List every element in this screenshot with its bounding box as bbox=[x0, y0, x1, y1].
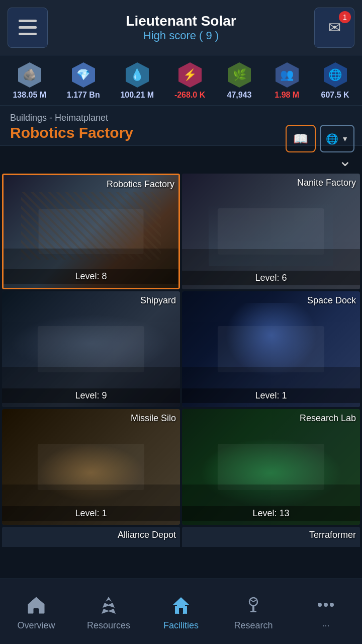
svg-rect-12 bbox=[179, 608, 183, 614]
resource-deuterium-icon: 💧 bbox=[124, 61, 151, 89]
menu-icon bbox=[19, 20, 37, 35]
resource-metal-icon: 🪨 bbox=[16, 61, 43, 89]
building-name-nanite: Nanite Factory bbox=[297, 178, 356, 188]
resource-population-icon: 👥 bbox=[274, 61, 301, 89]
building-name-spacedock: Space Dock bbox=[307, 295, 356, 306]
nav-item-overview[interactable]: Overview bbox=[0, 592, 72, 631]
svg-rect-15 bbox=[250, 611, 256, 612]
building-card-nanite-factory[interactable]: Nanite Factory Level: 6 bbox=[182, 174, 360, 289]
nav-item-resources[interactable]: Resources bbox=[72, 592, 145, 631]
building-level-nanite: Level: 6 bbox=[182, 271, 360, 285]
svg-line-17 bbox=[253, 600, 256, 602]
nav-item-research[interactable]: Research bbox=[217, 592, 290, 631]
resource-dark-icon: 🌐 bbox=[322, 61, 349, 89]
resource-food-value: 47,943 bbox=[227, 91, 252, 100]
resource-energy-icon: ⚡ bbox=[176, 61, 204, 89]
svg-point-19 bbox=[324, 603, 328, 607]
resources-bar: 🪨 138.05 M 💎 1.177 Bn 💧 100.21 M ⚡ -268.… bbox=[0, 55, 362, 106]
building-level-shipyard: Level: 9 bbox=[2, 388, 180, 403]
building-card-robotics-factory[interactable]: Robotics Factory Level: 8 bbox=[2, 174, 180, 289]
book-icon: 📖 bbox=[293, 132, 308, 146]
buildings-grid: Robotics Factory Level: 8 Nanite Factory… bbox=[0, 174, 362, 525]
building-name-shipyard: Shipyard bbox=[140, 295, 176, 306]
partial-name-alliance-depot: Alliance Depot bbox=[118, 530, 176, 540]
svg-rect-10 bbox=[185, 606, 187, 614]
building-card-terraformer-partial[interactable]: Terraformer bbox=[182, 527, 360, 547]
svg-rect-14 bbox=[252, 605, 254, 612]
building-card-space-dock[interactable]: Space Dock Level: 1 bbox=[182, 291, 360, 407]
high-score: High score ( 9 ) bbox=[48, 29, 314, 42]
app-header: Lieutenant Solar High score ( 9 ) ✉ 1 bbox=[0, 0, 362, 55]
building-level-missile: Level: 1 bbox=[2, 506, 180, 521]
resource-metal[interactable]: 🪨 138.05 M bbox=[13, 61, 46, 100]
nav-label-research: Research bbox=[234, 620, 273, 631]
building-name-researchlab: Research Lab bbox=[300, 413, 356, 424]
resource-crystal-icon: 💎 bbox=[70, 61, 97, 89]
svg-rect-7 bbox=[34, 608, 38, 613]
resource-food[interactable]: 🌿 47,943 bbox=[226, 61, 253, 100]
resource-deuterium-value: 100.21 M bbox=[120, 91, 154, 100]
home-icon bbox=[24, 592, 49, 617]
mail-icon: ✉ bbox=[328, 19, 341, 36]
nav-label-more: ··· bbox=[322, 620, 329, 631]
resource-population[interactable]: 👥 1.98 M bbox=[274, 61, 301, 100]
nav-item-more[interactable]: ··· bbox=[290, 592, 362, 631]
resource-population-value: 1.98 M bbox=[275, 91, 299, 100]
nav-item-facilities[interactable]: Facilities bbox=[145, 592, 217, 631]
resource-dark[interactable]: 🌐 607.5 K bbox=[321, 61, 349, 100]
resources-nav-icon bbox=[96, 592, 121, 617]
buildings-controls: 📖 🌐 ▼ bbox=[286, 125, 354, 152]
globe-button[interactable]: 🌐 ▼ bbox=[320, 125, 354, 152]
mail-badge: 1 bbox=[339, 11, 351, 23]
menu-button[interactable] bbox=[8, 8, 48, 48]
facilities-icon bbox=[168, 592, 194, 617]
svg-point-20 bbox=[330, 603, 334, 607]
research-icon bbox=[241, 592, 266, 617]
chevron-down-icon[interactable]: ⌄ bbox=[338, 151, 352, 169]
nav-label-resources: Resources bbox=[87, 620, 130, 631]
resource-dark-value: 607.5 K bbox=[321, 91, 349, 100]
resource-food-icon: 🌿 bbox=[226, 61, 253, 89]
resource-energy[interactable]: ⚡ -268.0 K bbox=[174, 61, 205, 100]
player-name: Lieutenant Solar bbox=[48, 13, 314, 29]
buildings-partial: Alliance Depot Terraformer bbox=[0, 525, 362, 547]
resource-metal-value: 138.05 M bbox=[13, 91, 46, 100]
building-name-robotics: Robotics Factory bbox=[107, 179, 174, 190]
header-center: Lieutenant Solar High score ( 9 ) bbox=[48, 13, 314, 42]
buildings-subtitle: Buildings - Heimatplanet bbox=[10, 113, 352, 123]
svg-marker-11 bbox=[173, 597, 189, 605]
building-level-spacedock: Level: 1 bbox=[182, 388, 360, 403]
building-card-shipyard[interactable]: Shipyard Level: 9 bbox=[2, 291, 180, 407]
svg-rect-9 bbox=[175, 606, 177, 614]
resource-crystal[interactable]: 💎 1.177 Bn bbox=[67, 61, 100, 100]
building-level-robotics: Level: 8 bbox=[4, 269, 178, 284]
chevron-down-small-icon: ▼ bbox=[341, 135, 348, 143]
globe-icon: 🌐 bbox=[326, 133, 338, 145]
building-level-researchlab: Level: 13 bbox=[182, 506, 360, 521]
resource-crystal-value: 1.177 Bn bbox=[67, 91, 100, 100]
building-card-research-lab[interactable]: Research Lab Level: 13 bbox=[182, 409, 360, 525]
more-icon bbox=[313, 592, 338, 617]
resource-deuterium[interactable]: 💧 100.21 M bbox=[120, 61, 154, 100]
mail-button[interactable]: ✉ 1 bbox=[314, 8, 354, 48]
building-card-alliance-depot-partial[interactable]: Alliance Depot bbox=[2, 527, 180, 547]
building-card-missile-silo[interactable]: Missile Silo Level: 1 bbox=[2, 409, 180, 525]
nav-label-overview: Overview bbox=[17, 620, 55, 631]
partial-name-terraformer: Terraformer bbox=[309, 530, 356, 540]
resource-energy-value: -268.0 K bbox=[174, 91, 205, 100]
svg-line-16 bbox=[250, 600, 253, 602]
bottom-nav: Overview Resources Facilities bbox=[0, 579, 362, 644]
nav-label-facilities: Facilities bbox=[163, 620, 199, 631]
building-name-missile: Missile Silo bbox=[131, 413, 176, 424]
book-button[interactable]: 📖 bbox=[286, 125, 316, 152]
svg-point-18 bbox=[318, 603, 322, 607]
